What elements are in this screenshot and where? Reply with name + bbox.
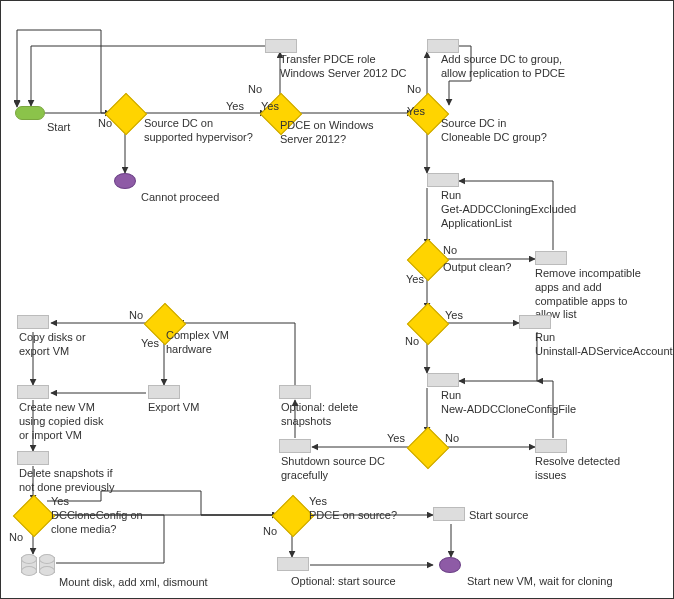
step-uninstall-sa-label: Run Uninstall-ADServiceAccount bbox=[535, 331, 673, 359]
terminal-cannot-proceed bbox=[114, 173, 136, 189]
step-shutdown bbox=[279, 439, 311, 453]
terminal-cannot-proceed-label: Cannot proceed bbox=[141, 191, 219, 205]
step-export-vm-label: Export VM bbox=[148, 401, 199, 415]
edge-yes-5: Yes bbox=[445, 309, 463, 321]
decision-dccloneconfig-label: DCCloneConfig on clone media? bbox=[51, 509, 143, 537]
decision-pdce-on-source bbox=[272, 495, 314, 537]
step-optional-start-source-label: Optional: start source bbox=[291, 575, 396, 589]
datastore-mount-disk-1 bbox=[21, 557, 37, 573]
flowchart-canvas: Start Source DC on supported hypervisor?… bbox=[0, 0, 674, 599]
decision-output-clean-label: Output clean? bbox=[443, 261, 512, 275]
step-delete-snapshots bbox=[17, 451, 49, 465]
step-transfer-pdce-label: Transfer PDCE role Windows Server 2012 D… bbox=[280, 53, 407, 81]
start-label: Start bbox=[47, 121, 70, 135]
edge-yes-4: Yes bbox=[406, 273, 424, 285]
edge-yes-7: Yes bbox=[141, 337, 159, 349]
step-start-source-label: Start source bbox=[469, 509, 528, 523]
edge-no-4: No bbox=[443, 244, 457, 256]
step-optional-snapshots bbox=[279, 385, 311, 399]
edge-no-9: No bbox=[263, 525, 277, 537]
edge-no-6: No bbox=[445, 432, 459, 444]
step-start-source bbox=[433, 507, 465, 521]
decision-pdce-2012-label: PDCE on Windows Server 2012? bbox=[280, 119, 374, 147]
datastore-mount-disk-2 bbox=[39, 557, 55, 573]
terminal-start-new-vm-label: Start new VM, wait for cloning bbox=[467, 575, 613, 589]
edge-no-3: No bbox=[407, 83, 421, 95]
step-new-config bbox=[427, 373, 459, 387]
step-create-vm bbox=[17, 385, 49, 399]
step-uninstall-sa bbox=[519, 315, 551, 329]
edge-no-5: No bbox=[405, 335, 419, 347]
step-add-to-group-label: Add source DC to group, allow replicatio… bbox=[441, 53, 565, 81]
step-remove-apps bbox=[535, 251, 567, 265]
edge-yes-2: Yes bbox=[261, 100, 279, 112]
step-new-config-label: Run New-ADDCCloneConfigFile bbox=[441, 389, 576, 417]
edge-yes: Yes bbox=[226, 100, 244, 112]
edge-yes-6: Yes bbox=[387, 432, 405, 444]
edge-no-7: No bbox=[129, 309, 143, 321]
decision-complex-hw-label: Complex VM hardware bbox=[166, 329, 229, 357]
step-resolve-issues-label: Resolve detected issues bbox=[535, 455, 620, 483]
step-mount-disk-label: Mount disk, add xml, dismount bbox=[59, 576, 208, 590]
step-remove-apps-label: Remove incompatible apps and add compati… bbox=[535, 267, 641, 322]
edge-no-8: No bbox=[9, 531, 23, 543]
decision-pdce-on-source-label: PDCE on source? bbox=[309, 509, 397, 523]
edge-yes-3: Yes bbox=[407, 105, 425, 117]
step-add-to-group bbox=[427, 39, 459, 53]
step-optional-snapshots-label: Optional: delete snapshots bbox=[281, 401, 358, 429]
step-export-vm bbox=[148, 385, 180, 399]
step-copy-disks-label: Copy disks or export VM bbox=[19, 331, 86, 359]
terminal-start-new-vm bbox=[439, 557, 461, 573]
edge-yes-8: Yes bbox=[51, 495, 69, 507]
start-node bbox=[15, 106, 45, 120]
step-run-excluded bbox=[427, 173, 459, 187]
step-delete-snapshots-label: Delete snapshots if not done previously bbox=[19, 467, 114, 495]
decision-in-group-label: Source DC in Cloneable DC group? bbox=[441, 117, 547, 145]
edge-yes-9: Yes bbox=[309, 495, 327, 507]
step-run-excluded-label: Run Get-ADDCCloningExcluded ApplicationL… bbox=[441, 189, 576, 230]
step-transfer-pdce bbox=[265, 39, 297, 53]
decision-hypervisor-label: Source DC on supported hypervisor? bbox=[144, 117, 253, 145]
edge-no-2: No bbox=[248, 83, 262, 95]
step-create-vm-label: Create new VM using copied disk or impor… bbox=[19, 401, 103, 442]
decision-config-ok bbox=[407, 427, 449, 469]
step-copy-disks bbox=[17, 315, 49, 329]
step-resolve-issues bbox=[535, 439, 567, 453]
step-optional-start-source bbox=[277, 557, 309, 571]
edge-no: No bbox=[98, 117, 112, 129]
step-shutdown-label: Shutdown source DC gracefully bbox=[281, 455, 385, 483]
